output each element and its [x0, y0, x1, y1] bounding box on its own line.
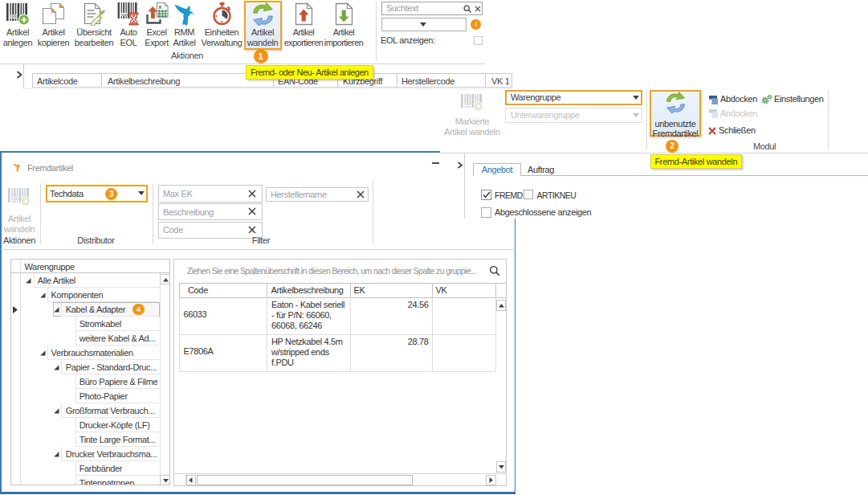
svg-text:31681: 31681 — [464, 102, 473, 106]
svg-text:31681: 31681 — [10, 14, 18, 18]
svg-text:31681: 31681 — [11, 197, 20, 201]
svg-text:31681: 31681 — [120, 13, 129, 17]
